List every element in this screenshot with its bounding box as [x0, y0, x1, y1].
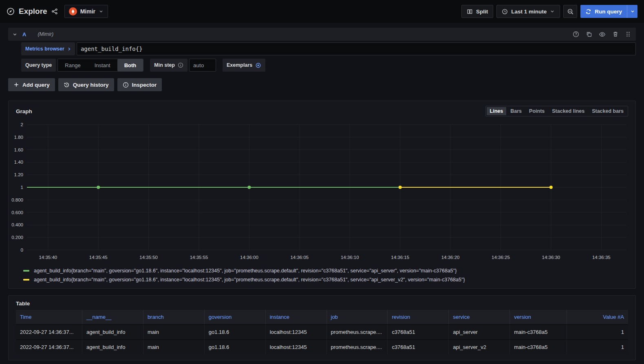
svg-text:14:36:30: 14:36:30 — [542, 255, 560, 260]
query-type-range[interactable]: Range — [58, 59, 87, 71]
run-query-button[interactable]: Run query — [580, 5, 637, 18]
mode-stacked-lines[interactable]: Stacked lines — [549, 107, 588, 115]
legend-swatch-green — [23, 270, 29, 272]
svg-text:0.400: 0.400 — [11, 222, 23, 227]
drag-handle-icon[interactable] — [625, 31, 631, 37]
table-row: 2022-09-27 14:36:37... agent_build_info … — [16, 339, 628, 354]
clock-icon — [502, 9, 508, 15]
cell-goversion: go1.18.6 — [205, 339, 266, 354]
col-version[interactable]: version — [510, 310, 567, 324]
inspector-button[interactable]: Inspector — [117, 78, 162, 91]
svg-text:14:36:20: 14:36:20 — [441, 255, 460, 260]
mode-bars[interactable]: Bars — [507, 107, 525, 115]
svg-text:14:36:25: 14:36:25 — [492, 255, 510, 260]
info-circle-icon — [178, 62, 183, 68]
legend-swatch-yellow — [23, 279, 29, 281]
graph-legend: agent_build_info{branch="main", goversio… — [9, 266, 635, 288]
copy-query-icon[interactable] — [586, 31, 592, 37]
col-goversion[interactable]: goversion — [205, 310, 266, 324]
svg-text:0: 0 — [21, 248, 23, 252]
query-type-instant[interactable]: Instant — [88, 59, 117, 71]
datasource-picker[interactable]: Mimir — [64, 5, 108, 18]
svg-text:14:35:45: 14:35:45 — [89, 255, 108, 260]
cell-instance: localhost:12345 — [266, 324, 327, 339]
svg-text:2: 2 — [21, 122, 23, 127]
query-history-label: Query history — [73, 82, 109, 88]
exemplars-toggle[interactable]: Exemplars — [223, 59, 265, 72]
query-expression-input[interactable]: agent_build_info{} — [77, 42, 636, 55]
plus-icon — [13, 82, 19, 88]
delete-query-trash-icon[interactable] — [612, 31, 619, 37]
prometheus-flame-icon — [69, 7, 77, 15]
metrics-browser-button[interactable]: Metrics browser — [21, 42, 75, 55]
refresh-icon — [585, 9, 591, 15]
col-time[interactable]: Time — [16, 310, 82, 324]
svg-text:1.20: 1.20 — [14, 172, 23, 177]
run-query-dropdown[interactable] — [627, 5, 637, 18]
legend-label: agent_build_info{branch="main", goversio… — [34, 268, 457, 274]
svg-text:14:35:50: 14:35:50 — [139, 255, 158, 260]
exemplars-bullseye-icon[interactable] — [255, 62, 261, 68]
query-ref-id[interactable]: A — [22, 31, 26, 37]
cell-time: 2022-09-27 14:36:37... — [16, 324, 82, 339]
col-service[interactable]: service — [449, 310, 510, 324]
cell-value: 1 — [567, 324, 628, 339]
mode-points[interactable]: Points — [526, 107, 548, 115]
col-instance[interactable]: instance — [266, 310, 327, 324]
legend-label: agent_build_info{branch="main", goversio… — [34, 277, 465, 283]
query-type-label: Query type — [21, 59, 56, 72]
help-icon[interactable] — [573, 31, 579, 37]
svg-text:1.60: 1.60 — [14, 147, 23, 152]
cell-service: api_server — [449, 324, 510, 339]
mode-stacked-bars[interactable]: Stacked bars — [589, 107, 627, 115]
min-step-input[interactable]: auto — [189, 59, 216, 72]
chevron-down-icon — [99, 9, 104, 14]
min-step-value: auto — [193, 62, 204, 68]
cell-version: main-c3768a5 — [510, 324, 567, 339]
legend-item[interactable]: agent_build_info{branch="main", goversio… — [23, 275, 635, 284]
zoom-out-icon — [567, 8, 574, 15]
share-icon[interactable] — [51, 8, 58, 15]
query-history-button[interactable]: Query history — [58, 78, 114, 91]
inspector-label: Inspector — [132, 82, 157, 88]
graph-canvas[interactable]: 14:35:4014:35:4514:35:5014:35:5514:36:00… — [9, 117, 635, 266]
col-revision[interactable]: revision — [388, 310, 449, 324]
cell-job: prometheus.scrape.... — [327, 324, 388, 339]
query-type-both[interactable]: Both — [117, 59, 143, 71]
page-title: Explore — [19, 7, 47, 16]
table-header-row: Time __name__ branch goversion instance … — [16, 310, 628, 324]
svg-text:14:35:40: 14:35:40 — [39, 255, 57, 260]
time-range-picker[interactable]: Last 1 minute — [496, 5, 560, 18]
datasource-name: Mimir — [80, 8, 95, 15]
history-icon — [64, 82, 70, 88]
run-query-label: Run query — [595, 9, 622, 15]
col-name[interactable]: __name__ — [82, 310, 143, 324]
results-table: Time __name__ branch goversion instance … — [16, 310, 628, 354]
min-step-label: Min step — [150, 59, 187, 72]
col-value-a[interactable]: Value #A — [567, 310, 628, 324]
svg-text:0.600: 0.600 — [11, 210, 23, 215]
metrics-browser-label: Metrics browser — [25, 46, 64, 52]
query-type-radio-group: Range Instant Both — [57, 59, 143, 72]
mode-lines[interactable]: Lines — [487, 107, 507, 115]
cell-service: api_server_v2 — [449, 339, 510, 354]
cell-name: agent_build_info — [82, 324, 143, 339]
graph-panel: Graph Lines Bars Points Stacked lines St… — [8, 101, 636, 289]
query-datasource-hint: (Mimir) — [37, 31, 53, 37]
split-button[interactable]: Split — [461, 5, 493, 18]
col-branch[interactable]: branch — [143, 310, 205, 324]
col-job[interactable]: job — [327, 310, 388, 324]
collapse-chevron-icon[interactable] — [12, 32, 18, 37]
cell-time: 2022-09-27 14:36:37... — [16, 339, 82, 354]
hide-query-eye-icon[interactable] — [599, 31, 606, 38]
query-editor-row: A (Mimir) Metrics browser — [8, 28, 636, 72]
svg-text:1: 1 — [21, 185, 23, 190]
cell-instance: localhost:12345 — [266, 339, 327, 354]
zoom-out-button[interactable] — [563, 5, 577, 18]
legend-item[interactable]: agent_build_info{branch="main", goversio… — [23, 266, 635, 275]
svg-text:0.200: 0.200 — [11, 235, 23, 240]
svg-text:14:36:15: 14:36:15 — [391, 255, 409, 260]
add-query-button[interactable]: Add query — [8, 78, 55, 91]
chevron-down-icon — [550, 9, 555, 14]
compass-icon — [7, 7, 15, 15]
